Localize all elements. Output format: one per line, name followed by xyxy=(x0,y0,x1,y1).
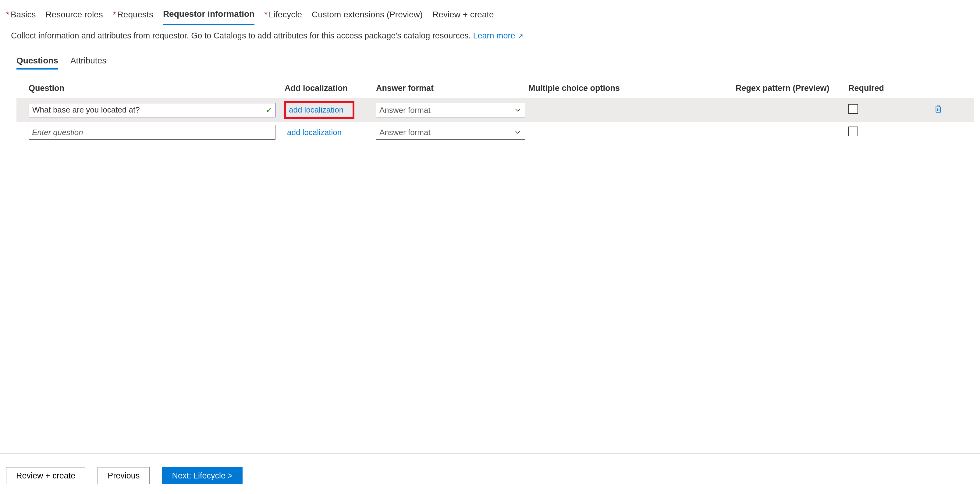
col-answer-format: Answer format xyxy=(376,84,528,93)
page-description: Collect information and attributes from … xyxy=(0,25,980,41)
subtab-questions[interactable]: Questions xyxy=(16,56,58,70)
learn-more-link[interactable]: Learn more ↗ xyxy=(473,31,523,40)
tab-basics[interactable]: *Basics xyxy=(6,8,36,24)
required-checkbox[interactable] xyxy=(848,127,858,136)
footer-divider xyxy=(0,453,980,454)
tab-custom-extensions[interactable]: Custom extensions (Preview) xyxy=(312,8,423,24)
question-input[interactable] xyxy=(29,103,275,117)
footer-bar: Review + create Previous Next: Lifecycle… xyxy=(6,467,243,484)
answer-format-select[interactable]: Answer format xyxy=(376,103,525,117)
tab-custom-extensions-label: Custom extensions (Preview) xyxy=(312,10,423,19)
tab-requests-label: Requests xyxy=(117,10,153,19)
table-header-row: Question Add localization Answer format … xyxy=(16,79,974,98)
answer-format-select[interactable]: Answer format xyxy=(376,125,525,140)
delete-icon[interactable] xyxy=(934,105,943,115)
tab-resource-roles-label: Resource roles xyxy=(45,10,103,19)
col-regex: Regex pattern (Preview) xyxy=(736,84,848,93)
next-button[interactable]: Next: Lifecycle > xyxy=(162,467,243,484)
question-row: ✓ add localization Answer format xyxy=(16,98,974,122)
subtab-attributes[interactable]: Attributes xyxy=(70,56,107,70)
tab-review-create-label: Review + create xyxy=(433,10,494,19)
required-checkbox[interactable] xyxy=(848,104,858,114)
tab-lifecycle-label: Lifecycle xyxy=(269,10,302,19)
questions-table: Question Add localization Answer format … xyxy=(0,70,980,143)
question-input[interactable] xyxy=(29,125,275,140)
tab-review-create[interactable]: Review + create xyxy=(433,8,494,24)
add-localization-link[interactable]: add localization xyxy=(287,128,342,137)
tab-resource-roles[interactable]: Resource roles xyxy=(45,8,103,24)
sub-tabs: Questions Attributes xyxy=(0,41,980,70)
col-question: Question xyxy=(29,84,285,93)
review-create-button[interactable]: Review + create xyxy=(6,467,85,484)
tab-basics-label: Basics xyxy=(11,10,36,19)
add-localization-highlight: add localization xyxy=(284,101,355,119)
tab-requestor-info-label: Requestor information xyxy=(163,9,255,19)
external-link-icon: ↗ xyxy=(516,32,523,40)
description-text: Collect information and attributes from … xyxy=(11,31,471,40)
col-multiple-choice: Multiple choice options xyxy=(528,84,736,93)
question-row: add localization Answer format xyxy=(16,122,974,143)
col-add-localization: Add localization xyxy=(285,84,376,93)
tab-requests[interactable]: *Requests xyxy=(113,8,153,24)
add-localization-link[interactable]: add localization xyxy=(289,105,344,114)
col-required: Required xyxy=(848,84,934,93)
tab-requestor-info[interactable]: Requestor information xyxy=(163,7,255,25)
previous-button[interactable]: Previous xyxy=(97,467,150,484)
svg-rect-0 xyxy=(936,107,941,113)
tab-lifecycle[interactable]: *Lifecycle xyxy=(264,8,302,24)
wizard-tabs: *Basics Resource roles *Requests Request… xyxy=(0,0,980,25)
